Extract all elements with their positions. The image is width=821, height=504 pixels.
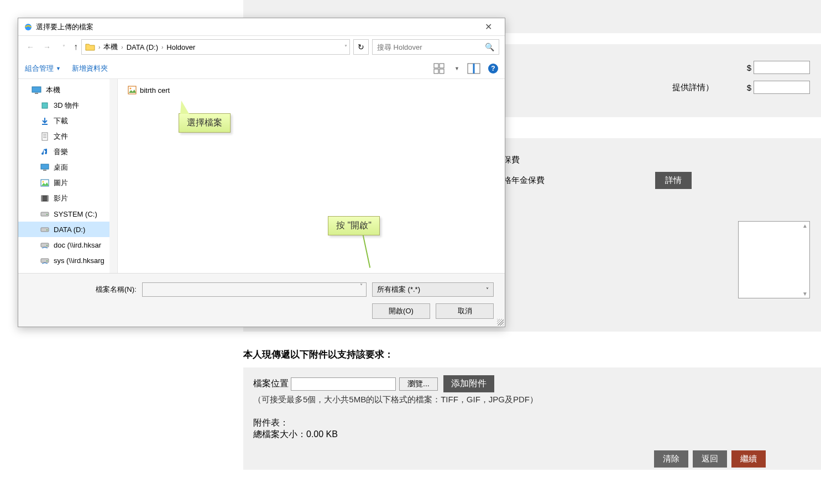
chevron-down-icon[interactable]: ˅: [360, 283, 363, 289]
tree-item[interactable]: SYSTEM (C:): [18, 206, 117, 222]
preview-pane-icon[interactable]: [467, 63, 480, 74]
svg-rect-7: [32, 87, 41, 92]
pc-icon: [32, 86, 41, 94]
ie-icon: [24, 23, 33, 32]
tree-item-label: sys (\\ird.hksarg: [54, 256, 104, 265]
file-name: bitrth cert: [140, 86, 170, 95]
tree-root-this-pc[interactable]: 本機: [18, 82, 117, 98]
currency-symbol: $: [747, 63, 751, 72]
desktop-icon: [40, 163, 49, 172]
add-attachment-button[interactable]: 添加附件: [443, 375, 494, 392]
browse-button[interactable]: 瀏覽...: [399, 377, 438, 391]
file-item[interactable]: bitrth cert: [125, 85, 497, 96]
tree-item[interactable]: 桌面: [18, 160, 117, 175]
file-location-label: 檔案位置: [253, 378, 289, 390]
amount-input-1[interactable]: [754, 61, 810, 74]
svg-rect-9: [42, 103, 48, 108]
refresh-button[interactable]: ↻: [353, 39, 369, 55]
insurance-label-2: 格年金保費: [503, 175, 545, 186]
scroll-down-icon[interactable]: ▼: [802, 291, 808, 297]
upload-hint: （可接受最多5個，大小共5MB的以下格式的檔案：TIFF，GIF，JPG及PDF…: [253, 395, 811, 405]
download-icon: [40, 117, 49, 125]
tree-item[interactable]: 下載: [18, 113, 117, 129]
chevron-right-icon: ›: [159, 44, 165, 50]
filename-input[interactable]: ˅: [142, 282, 367, 297]
scroll-up-icon[interactable]: ▲: [802, 223, 808, 229]
breadcrumb-item[interactable]: Holdover: [166, 43, 195, 51]
document-icon: [40, 132, 49, 141]
tree-item[interactable]: 圖片: [18, 175, 117, 191]
tree-item-label: 文件: [54, 132, 68, 141]
new-folder-button[interactable]: 新增資料夾: [72, 64, 108, 74]
callout-press-open: 按 "開啟": [328, 216, 380, 235]
svg-point-31: [130, 88, 132, 90]
details-button[interactable]: 詳情: [655, 172, 692, 189]
svg-rect-20: [41, 196, 43, 201]
tree-scrollbar[interactable]: [109, 79, 117, 273]
textarea[interactable]: ▲ ▼: [738, 221, 810, 298]
image-file-icon: [128, 86, 137, 95]
svg-rect-8: [35, 93, 38, 94]
view-mode-icon[interactable]: [433, 63, 447, 74]
navigation-tree: 本機 3D 物件下載文件音樂桌面圖片影片SYSTEM (C:)DATA (D:)…: [18, 79, 118, 273]
tree-item[interactable]: 3D 物件: [18, 98, 117, 113]
search-icon: 🔍: [485, 43, 494, 51]
tree-item[interactable]: DATA (D:): [18, 222, 117, 237]
svg-rect-22: [41, 212, 49, 216]
chevron-right-icon: ›: [119, 44, 125, 50]
svg-rect-3: [434, 69, 438, 74]
open-button[interactable]: 開啟(O): [372, 303, 430, 319]
svg-rect-11: [42, 133, 48, 140]
breadcrumb[interactable]: › 本機 › DATA (D:) › Holdover ˅: [81, 39, 350, 55]
upload-section: 本人現傳遞以下附件以支持該要求： 檔案位置 瀏覽... 添加附件 （可接受最多5…: [243, 348, 821, 450]
amount-input-2[interactable]: [754, 81, 810, 94]
chevron-down-icon[interactable]: ˅: [344, 44, 347, 50]
clear-button[interactable]: 清除: [654, 450, 688, 468]
insurance-label-1: 保費: [503, 155, 520, 165]
tree-item[interactable]: sys (\\ird.hksarg: [18, 253, 117, 268]
breadcrumb-item[interactable]: DATA (D:): [127, 43, 158, 51]
nav-back-icon: ←: [24, 40, 37, 54]
breadcrumb-item[interactable]: 本機: [103, 42, 118, 52]
search-input-wrap[interactable]: 🔍: [372, 39, 499, 55]
svg-point-25: [46, 229, 48, 230]
nav-up-icon[interactable]: ↑: [74, 42, 78, 52]
folder-icon: [85, 43, 95, 51]
total-file-size: 總檔案大小：0.00 KB: [253, 429, 811, 440]
nav-recent-icon[interactable]: ˅: [57, 40, 70, 54]
netdrive-icon: [40, 240, 49, 249]
video-icon: [40, 194, 49, 203]
svg-rect-16: [43, 170, 46, 171]
file-list[interactable]: bitrth cert 選擇檔案 按 "開啟": [118, 79, 505, 273]
search-input[interactable]: [377, 43, 485, 51]
chevron-down-icon[interactable]: ▼: [454, 66, 459, 71]
tree-item[interactable]: 影片: [18, 191, 117, 206]
nav-forward-icon: →: [40, 40, 54, 54]
organize-button[interactable]: 組合管理▼: [25, 64, 61, 74]
svg-rect-21: [47, 196, 48, 201]
svg-rect-24: [41, 228, 49, 232]
cancel-button[interactable]: 取消: [436, 303, 494, 319]
close-button[interactable]: ✕: [477, 22, 499, 32]
tree-item-label: 影片: [54, 193, 68, 203]
continue-button[interactable]: 繼續: [731, 450, 766, 468]
cube-icon: [40, 101, 49, 110]
picture-icon: [40, 179, 49, 187]
file-type-filter[interactable]: 所有檔案 (*.*) ˅: [372, 282, 494, 297]
help-icon[interactable]: ?: [488, 64, 498, 74]
back-button[interactable]: 返回: [693, 450, 727, 468]
tree-item[interactable]: doc (\\ird.hksar: [18, 237, 117, 253]
tree-item[interactable]: 文件: [18, 129, 117, 144]
svg-point-23: [46, 214, 48, 215]
attachment-list-label: 附件表：: [253, 417, 811, 429]
tree-item-label: 桌面: [54, 162, 68, 172]
currency-symbol: $: [747, 83, 751, 92]
tree-item-label: 音樂: [54, 147, 68, 157]
tree-item[interactable]: 音樂: [18, 144, 117, 160]
file-path-input[interactable]: [291, 377, 396, 391]
scrollbar[interactable]: ▲ ▼: [801, 222, 809, 298]
resize-grip[interactable]: [497, 319, 504, 326]
svg-rect-2: [440, 64, 444, 68]
filename-label: 檔案名稱(N):: [96, 285, 137, 295]
dialog-title: 選擇要上傳的檔案: [36, 22, 477, 32]
